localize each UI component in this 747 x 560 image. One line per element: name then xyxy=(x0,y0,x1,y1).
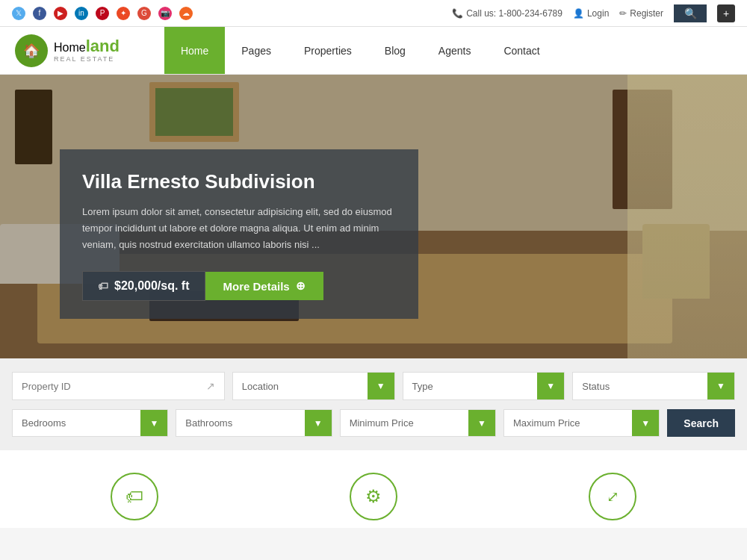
type-label: Type xyxy=(403,373,538,399)
navbar: 🏠 Homeland REAL ESTATE Home Pages Proper… xyxy=(0,27,747,75)
top-bar-actions: 📞 Call us: 1-800-234-6789 👤 Login ✏ Regi… xyxy=(452,4,735,22)
min-price-select[interactable]: Minimum Price ▼ xyxy=(340,409,496,437)
logo-icon: 🏠 xyxy=(15,34,48,67)
social-links: 𝕏 f ▶ in P ✦ G 📷 ☁ xyxy=(12,7,193,20)
logo[interactable]: 🏠 Homeland REAL ESTATE xyxy=(0,34,134,67)
logo-home: Home xyxy=(54,41,86,54)
type-select[interactable]: Type ▼ xyxy=(403,372,565,400)
top-bar: 𝕏 f ▶ in P ✦ G 📷 ☁ 📞 Call us: 1-800-234-… xyxy=(0,0,747,27)
price-tag-icon: 🏷 xyxy=(98,280,108,292)
nav-agents[interactable]: Agents xyxy=(422,27,488,74)
bathrooms-arrow-icon: ▼ xyxy=(305,410,332,436)
hero-description: Lorem ipsum dolor sit amet, consectetur … xyxy=(82,204,396,253)
search-bar: ↗ Location ▼ Type ▼ Status ▼ Bedrooms ▼ … xyxy=(0,358,747,450)
rss-icon[interactable]: ☁ xyxy=(179,7,193,20)
max-price-select[interactable]: Maximum Price ▼ xyxy=(503,409,660,437)
status-select[interactable]: Status ▼ xyxy=(572,372,735,400)
nav-home[interactable]: Home xyxy=(164,27,225,74)
facebook-icon[interactable]: f xyxy=(33,7,46,20)
instagram-icon[interactable]: 📷 xyxy=(158,7,172,20)
expand-icon-circle: ⤢ xyxy=(589,473,636,520)
search-button[interactable]: Search xyxy=(667,409,735,437)
min-price-label: Minimum Price xyxy=(341,410,468,436)
hero-actions: 🏷 $20,000/sq. ft More Details ⊕ xyxy=(82,271,396,301)
plus-button[interactable]: + xyxy=(717,4,735,22)
login-button[interactable]: 👤 Login xyxy=(573,8,609,19)
tag-icon-circle: 🏷 xyxy=(111,473,158,520)
max-price-arrow-icon: ▼ xyxy=(632,410,659,436)
bedrooms-label: Bedrooms xyxy=(13,410,140,436)
icon-card-expand: ⤢ xyxy=(493,473,732,520)
nav-contact[interactable]: Contact xyxy=(487,27,556,74)
hero-section: Villa Ernesto Subdivision Lorem ipsum do… xyxy=(0,75,747,358)
expand-icon: ⤢ xyxy=(607,488,619,505)
gear-icon-circle: ⚙ xyxy=(350,473,397,520)
more-details-button[interactable]: More Details ⊕ xyxy=(205,272,323,300)
linkedin-icon[interactable]: in xyxy=(75,7,88,20)
min-price-arrow-icon: ▼ xyxy=(468,410,495,436)
gear-icon: ⚙ xyxy=(365,486,382,507)
type-arrow-icon: ▼ xyxy=(537,373,564,399)
status-arrow-icon: ▼ xyxy=(707,373,734,399)
bathrooms-select[interactable]: Bathrooms ▼ xyxy=(176,409,332,437)
phone-label: 📞 Call us: 1-800-234-6789 xyxy=(452,8,562,19)
bedrooms-select[interactable]: Bedrooms ▼ xyxy=(12,409,168,437)
nav-properties[interactable]: Properties xyxy=(288,27,368,74)
logo-text: Homeland REAL ESTATE xyxy=(54,37,120,63)
tag-icon: 🏷 xyxy=(125,486,143,507)
bedrooms-arrow-icon: ▼ xyxy=(140,410,167,436)
top-search-button[interactable]: 🔍 xyxy=(674,4,707,22)
stumbleupon-icon[interactable]: ✦ xyxy=(117,7,130,20)
nav-links: Home Pages Properties Blog Agents Contac… xyxy=(164,27,557,74)
max-price-label: Maximum Price xyxy=(504,410,632,436)
property-id-field[interactable] xyxy=(22,381,206,392)
hero-title: Villa Ernesto Subdivision xyxy=(82,170,396,193)
register-icon: ✏ xyxy=(619,8,627,19)
icon-card-gear: ⚙ xyxy=(254,473,493,520)
location-label: Location xyxy=(233,373,368,399)
search-row-2: Bedrooms ▼ Bathrooms ▼ Minimum Price ▼ M… xyxy=(12,409,735,437)
twitter-icon[interactable]: 𝕏 xyxy=(12,7,25,20)
nav-blog[interactable]: Blog xyxy=(368,27,422,74)
search-row-1: ↗ Location ▼ Type ▼ Status ▼ xyxy=(12,372,735,400)
logo-subtitle: REAL ESTATE xyxy=(54,56,120,63)
login-icon: 👤 xyxy=(573,8,584,19)
youtube-icon[interactable]: ▶ xyxy=(54,7,67,20)
circle-plus-icon: ⊕ xyxy=(296,279,306,293)
location-select[interactable]: Location ▼ xyxy=(232,372,395,400)
icons-section: 🏷 ⚙ ⤢ xyxy=(0,450,747,528)
price-value: $20,000/sq. ft xyxy=(114,279,190,293)
pinterest-icon[interactable]: P xyxy=(96,7,109,20)
bathrooms-label: Bathrooms xyxy=(176,410,304,436)
phone-icon: 📞 xyxy=(452,8,463,19)
hero-overlay: Villa Ernesto Subdivision Lorem ipsum do… xyxy=(60,149,418,319)
googleplus-icon[interactable]: G xyxy=(137,7,151,20)
property-search-icon: ↗ xyxy=(206,380,215,392)
property-id-input[interactable]: ↗ xyxy=(12,372,225,400)
location-arrow-icon: ▼ xyxy=(368,373,394,399)
nav-pages[interactable]: Pages xyxy=(225,27,288,74)
icon-card-tag: 🏷 xyxy=(15,473,254,520)
hero-price: 🏷 $20,000/sq. ft xyxy=(82,271,205,301)
status-label: Status xyxy=(573,373,707,399)
register-button[interactable]: ✏ Register xyxy=(619,8,663,19)
logo-land: land xyxy=(86,37,120,55)
